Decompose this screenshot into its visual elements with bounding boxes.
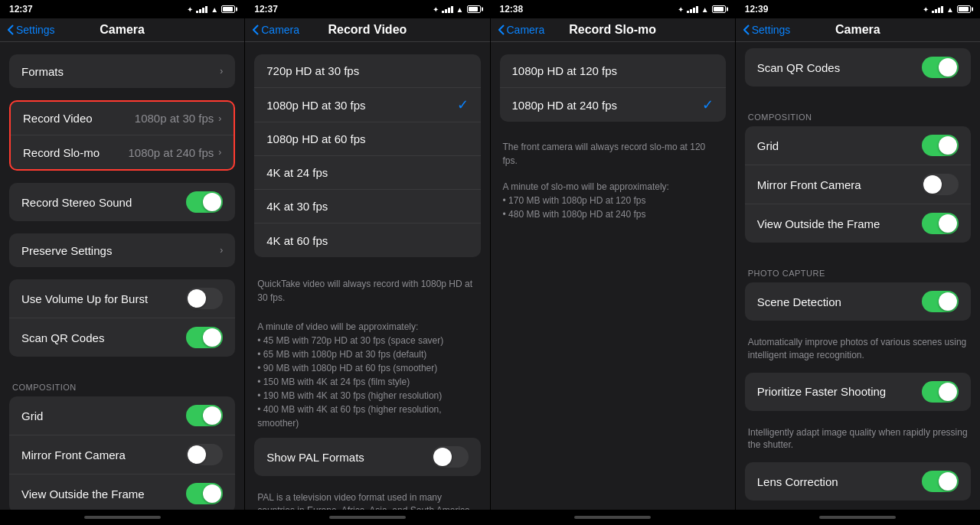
volume-toggle[interactable]: [186, 288, 223, 309]
content-3: 1080p HD at 120 fps 1080p HD at 240 fps …: [491, 42, 735, 510]
lens-group-4: Lens Correction: [745, 462, 971, 501]
signal-3: [687, 6, 698, 13]
photo-capture-header-4: PHOTO CAPTURE: [736, 255, 980, 282]
volume-label: Use Volume Up for Burst: [21, 292, 148, 305]
formats-item[interactable]: Formats ›: [9, 54, 235, 88]
formats-label: Formats: [21, 65, 64, 78]
formats-group: Formats ›: [9, 54, 235, 88]
time-2: 12:37: [254, 4, 278, 15]
slomo-options-group: 1080p HD at 120 fps 1080p HD at 240 fps …: [500, 54, 726, 122]
grid-label-1: Grid: [21, 409, 43, 422]
view-outside-label-4: View Outside the Frame: [757, 217, 880, 230]
formats-value: ›: [220, 66, 223, 77]
back-button-2[interactable]: Camera: [253, 24, 299, 36]
video-opt-0[interactable]: 720p HD at 30 fps: [254, 54, 480, 88]
checkmark-3: ✓: [702, 96, 714, 113]
video-opt-2[interactable]: 1080p HD at 60 fps: [254, 122, 480, 156]
scene-detection-toggle-4[interactable]: [922, 291, 959, 312]
screen-record-slomo: 12:38 ✦ ▲ Camera Record Slo-mo 1080p HD …: [491, 0, 736, 525]
slomo-opt-0[interactable]: 1080p HD at 120 fps: [500, 54, 726, 88]
prioritize-item-4: Prioritize Faster Shooting: [745, 373, 971, 411]
lens-toggle-4[interactable]: [922, 471, 959, 492]
quicktake-note: QuickTake video will always record with …: [245, 269, 489, 312]
wifi-icon-3: ▲: [701, 5, 709, 14]
composition-group-1: Grid Mirror Front Camera View Outside th…: [9, 396, 235, 510]
preserve-item[interactable]: Preserve Settings ›: [9, 233, 235, 267]
back-button-3[interactable]: Camera: [498, 24, 545, 36]
stereo-group: Record Stereo Sound: [9, 183, 235, 221]
status-icons-3: ✦ ▲: [678, 5, 726, 14]
record-slomo-item[interactable]: Record Slo-mo 1080p at 240 fps ›: [11, 135, 234, 169]
back-button-4[interactable]: Settings: [743, 24, 791, 36]
stereo-toggle[interactable]: [186, 191, 223, 213]
back-button-1[interactable]: Settings: [8, 24, 55, 36]
video-opt-1[interactable]: 1080p HD at 30 fps ✓: [254, 88, 480, 122]
composition-group-4: Grid Mirror Front Camera View Outside th…: [745, 126, 971, 243]
content-1: Formats › Record Video 1080p at 30 fps ›…: [0, 42, 244, 510]
nav-title-3: Record Slo-mo: [569, 23, 656, 37]
status-icons-2: ✦ ▲: [433, 5, 481, 14]
mirror-item-1: Mirror Front Camera: [9, 435, 235, 474]
status-bar-3: 12:38 ✦ ▲: [491, 0, 735, 18]
status-bar-2: 12:37 ✦ ▲: [245, 0, 489, 18]
video-opt-5[interactable]: 4K at 60 fps: [254, 223, 480, 257]
mirror-label-4: Mirror Front Camera: [757, 178, 861, 191]
checkmark-2: ✓: [457, 96, 469, 113]
stereo-label: Record Stereo Sound: [21, 196, 132, 209]
nav-title-2: Record Video: [328, 23, 407, 37]
stereo-item: Record Stereo Sound: [9, 183, 235, 221]
lens-item-4: Lens Correction: [745, 462, 971, 501]
preserve-group: Preserve Settings ›: [9, 233, 235, 267]
grid-item-4: Grid: [745, 126, 971, 165]
grid-item-1: Grid: [9, 396, 235, 435]
prioritize-toggle-4[interactable]: [922, 381, 959, 403]
location-icon-4: ✦: [923, 5, 929, 14]
grid-toggle-4[interactable]: [922, 135, 959, 156]
mirror-toggle-1[interactable]: [186, 444, 223, 465]
location-icon-1: ✦: [187, 5, 193, 14]
scan-qr-label-4: Scan QR Codes: [757, 61, 840, 74]
content-4: Scan QR Codes COMPOSITION Grid Mirror Fr…: [736, 42, 980, 510]
view-outside-item-1: View Outside the Frame: [9, 474, 235, 510]
lens-label-4: Lens Correction: [757, 475, 838, 488]
pal-toggle[interactable]: [432, 446, 469, 468]
grid-toggle-1[interactable]: [186, 405, 223, 426]
scene-detection-item-4: Scene Detection: [745, 282, 971, 321]
record-video-value: 1080p at 30 fps ›: [135, 112, 221, 125]
video-opt-3[interactable]: 4K at 24 fps: [254, 156, 480, 190]
record-video-item[interactable]: Record Video 1080p at 30 fps ›: [11, 102, 234, 135]
minute-note: A minute of video will be approximately:…: [245, 312, 489, 438]
screen-record-video: 12:37 ✦ ▲ Camera Record Video 720p HD at…: [245, 0, 490, 525]
scan-qr-group-4: Scan QR Codes: [745, 48, 971, 86]
status-bar-1: 12:37 ✦ ▲: [0, 0, 244, 18]
time-1: 12:37: [9, 4, 33, 15]
scan-qr-item-4: Scan QR Codes: [745, 48, 971, 86]
video-opt-4[interactable]: 4K at 30 fps: [254, 190, 480, 223]
wifi-icon-2: ▲: [456, 5, 464, 14]
composition-header-4: COMPOSITION: [736, 99, 980, 126]
home-bar-4: [819, 516, 896, 519]
nav-title-1: Camera: [100, 23, 145, 37]
record-video-label: Record Video: [23, 112, 93, 125]
home-bar-2: [329, 516, 406, 519]
scan-qr-toggle-4[interactable]: [922, 57, 959, 78]
location-icon-3: ✦: [678, 5, 684, 14]
record-group: Record Video 1080p at 30 fps › Record Sl…: [9, 100, 235, 171]
view-outside-label-1: View Outside the Frame: [21, 488, 145, 501]
view-outside-toggle-4[interactable]: [922, 213, 959, 234]
pal-desc: PAL is a television video format used in…: [245, 488, 489, 510]
view-outside-toggle-1[interactable]: [186, 483, 223, 504]
prioritize-label-4: Prioritize Faster Shooting: [757, 385, 886, 398]
volume-item: Use Volume Up for Burst: [9, 279, 235, 318]
scene-detection-label-4: Scene Detection: [757, 295, 841, 308]
slomo-opt-1[interactable]: 1080p HD at 240 fps ✓: [500, 88, 726, 122]
battery-3: [712, 5, 726, 13]
pal-group: Show PAL Formats: [254, 438, 480, 476]
status-icons-4: ✦ ▲: [923, 5, 971, 14]
mirror-toggle-4[interactable]: [922, 174, 959, 195]
signal-4: [932, 6, 943, 13]
home-indicator-4: [736, 510, 980, 525]
scan-qr-toggle[interactable]: [186, 327, 223, 348]
scan-qr-item: Scan QR Codes: [9, 318, 235, 357]
screen-camera-settings: 12:37 ✦ ▲ Settings Camera Formats ›: [0, 0, 245, 525]
